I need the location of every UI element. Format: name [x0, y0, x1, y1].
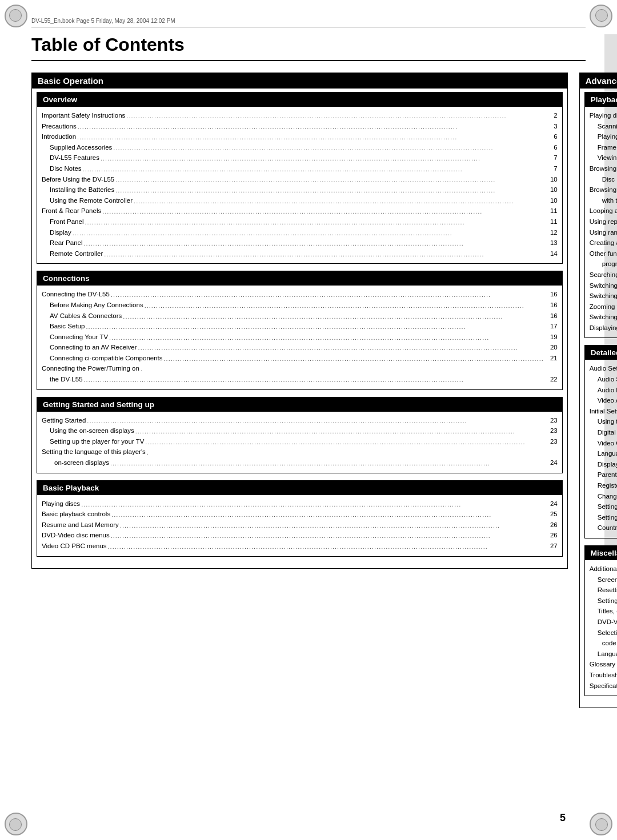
toc-item: Displaying disc information37 — [590, 323, 617, 333]
toc-item: Before Making Any Connections16 — [42, 300, 558, 311]
getting-started-content: Getting Started23 Using the on-screen di… — [37, 412, 562, 473]
basic-playback-box: Basic Playback Playing discs24 Basic pla… — [37, 480, 563, 557]
right-column: Advanced Operation Playback Techniques P… — [579, 73, 617, 715]
advanced-operation-content: Playback Techniques Playing discs28 Scan… — [580, 89, 617, 708]
toc-item: Connecting сi-compatible Components21 — [42, 353, 558, 364]
toc-item: Country code list44 — [590, 523, 617, 533]
toc-item: Using random play33 — [590, 227, 617, 238]
toc-item: Language settings42 — [590, 448, 617, 459]
toc-item: Display12 — [42, 227, 558, 238]
playback-techniques-header: Playback Techniques — [585, 93, 617, 107]
toc-item: Connecting to an AV Receiver20 — [42, 342, 558, 353]
toc-item: Video CD PBC menus27 — [42, 541, 558, 552]
getting-started-box: Getting Started and Setting up Getting S… — [37, 397, 563, 473]
toc-item: Scanning discs28 — [590, 121, 617, 132]
overview-box: Overview Important Safety Instructions2 … — [37, 92, 563, 264]
toc-item: Playing discs28 — [590, 110, 617, 121]
toc-item: Browsing WMA, MP3 and JPEG files — [590, 184, 617, 195]
connections-box: Connections Connecting the DV-L5516 Befo… — [37, 271, 563, 389]
page-title: Table of Contents — [31, 34, 586, 61]
toc-item: Using the Initial Settings menu40 — [590, 416, 617, 427]
toc-item: Setting/changing the Country code44 — [590, 512, 617, 523]
toc-item: Audio Settings and Video Adjust menus38 — [590, 363, 617, 374]
toc-item: Zooming the screen37 — [590, 302, 617, 312]
toc-item: Glossary49 — [590, 659, 617, 670]
toc-item: Digital Audio Out settings41 — [590, 427, 617, 438]
toc-item: Connecting the Power/Turning on — [42, 363, 558, 374]
toc-item: Browsing video content with the — [590, 163, 617, 174]
toc-item: DV-L55 Features7 — [42, 152, 558, 163]
toc-item: Basic playback controls25 — [42, 509, 558, 520]
basic-playback-header: Basic Playback — [37, 481, 562, 495]
toc-item: Searching a disc35 — [590, 270, 617, 280]
toc-item: Disc Notes7 — [42, 163, 558, 174]
toc-item: Playing discs24 — [42, 499, 558, 509]
toc-item: Precautions3 — [42, 121, 558, 132]
toc-item: Frame advance/frame reverse29 — [590, 142, 617, 153]
toc-item: Video Adjust menu39 — [590, 395, 617, 406]
basic-playback-content: Playing discs24 Basic playback controls2… — [37, 495, 562, 556]
toc-item: Video Output settings41 — [590, 438, 617, 449]
connections-content: Connecting the DV-L5516 Before Making An… — [37, 286, 562, 389]
two-column-layout: Basic Operation Overview Important Safet… — [31, 73, 586, 715]
toc-item: Supplied Accessories6 — [42, 142, 558, 153]
toc-item: Switching camera angles37 — [590, 312, 617, 323]
detailed-settings-header: Detailed Settings — [585, 345, 617, 360]
toc-item: Creating a program list34 — [590, 238, 617, 248]
toc-item: Display settings42 — [590, 459, 617, 470]
toc-item: Using the on-screen displays23 — [42, 425, 558, 436]
overview-content: Important Safety Instructions2 Precautio… — [37, 107, 562, 263]
toc-item: Initial Settings menu40 — [590, 406, 617, 417]
toc-item: Audio Settings menu38 — [590, 374, 617, 385]
toc-item: Basic Setup17 — [42, 321, 558, 332]
header-text: DV-L55_En.book Page 5 Friday, May 28, 20… — [31, 18, 586, 24]
toc-item: Getting Started23 — [42, 415, 558, 426]
toc-item: Before Using the DV-L5510 — [42, 174, 558, 185]
miscellaneous-content: Additional information45 Screen sizes an… — [585, 560, 617, 696]
toc-item: Resume and Last Memory26 — [42, 520, 558, 530]
toc-item: Remote Controller14 — [42, 248, 558, 259]
miscellaneous-header: Miscellaneous information — [585, 546, 617, 560]
toc-item: Front & Rear Panels11 — [42, 206, 558, 216]
toc-item: Setting the TV system46 — [590, 596, 617, 606]
advanced-operation-header: Advanced Operation — [580, 73, 617, 89]
toc-item: Audio DRC38 — [590, 385, 617, 396]
basic-operation-box: Basic Operation Overview Important Safet… — [31, 73, 568, 569]
left-column: Basic Operation Overview Important Safet… — [31, 73, 568, 715]
toc-item: Selecting languages using the language — [590, 628, 617, 638]
toc-item: Switching audio language/channel36 — [590, 291, 617, 302]
toc-item: Screen sizes and disc formats45 — [590, 574, 617, 585]
detailed-settings-box: Detailed Settings Audio Settings and Vid… — [584, 345, 617, 538]
toc-item: Viewing a JPEG slideshow29 — [590, 152, 617, 163]
getting-started-header: Getting Started and Setting up — [37, 397, 562, 412]
playback-techniques-content: Playing discs28 Scanning discs28 Playing… — [585, 107, 617, 337]
toc-item: Connecting Your TV19 — [42, 332, 558, 343]
toc-item: program menu35 — [590, 259, 617, 270]
toc-item: with the Disc Navigator31 — [590, 195, 617, 206]
toc-item: Setting/changing the Parental Lock43 — [590, 501, 617, 512]
detailed-settings-content: Audio Settings and Video Adjust menus38 … — [585, 360, 617, 538]
toc-item: Introduction6 — [42, 131, 558, 142]
toc-item: Additional information45 — [590, 564, 617, 574]
toc-item: Parental Lock43 — [590, 469, 617, 480]
toc-item: Specifications53 — [590, 681, 617, 692]
toc-item: Using repeat play32 — [590, 216, 617, 227]
toc-item: Disc Navigator30 — [590, 174, 617, 185]
basic-operation-header: Basic Operation — [32, 73, 567, 89]
toc-item: Troubleshooting50 — [590, 670, 617, 681]
toc-item: Installing the Batteries10 — [42, 184, 558, 195]
corner-inner-tl — [9, 9, 22, 22]
playback-techniques-box: Playback Techniques Playing discs28 Scan… — [584, 92, 617, 338]
miscellaneous-box: Miscellaneous information Additional inf… — [584, 545, 617, 696]
toc-item: Using the Remote Controller10 — [42, 195, 558, 206]
toc-item: DVD-Video disc menus26 — [42, 530, 558, 541]
toc-item: Registering a new password43 — [590, 480, 617, 491]
toc-item: Changing your password43 — [590, 491, 617, 502]
toc-item: DVD-Video regions46 — [590, 617, 617, 628]
toc-item: on-screen displays24 — [42, 457, 558, 468]
toc-item: Connecting the DV-L5516 — [42, 289, 558, 300]
toc-item: Setting the language of this player's — [42, 447, 558, 457]
toc-item: code list47 — [590, 638, 617, 649]
toc-item: Playing in slow motion28 — [590, 131, 617, 142]
toc-item: Switching subtitles36 — [590, 280, 617, 291]
